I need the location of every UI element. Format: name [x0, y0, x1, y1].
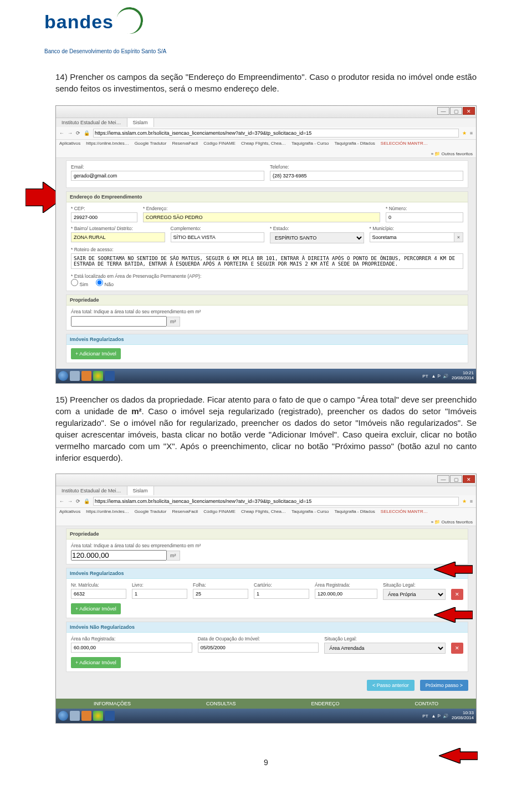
cartorio-field[interactable]	[254, 589, 309, 599]
lang-indicator[interactable]: PT	[422, 714, 428, 719]
bookmark-item[interactable]: ReservaFacil	[172, 141, 198, 146]
lock-icon: 🔒	[84, 130, 90, 136]
complemento-field[interactable]	[171, 232, 265, 242]
area-total-field[interactable]	[71, 550, 167, 561]
municipio-label: * Município:	[370, 226, 464, 231]
add-imovel-nreg-button[interactable]: Adicionar Imóvel	[71, 657, 121, 668]
nav-fwd-icon[interactable]: →	[68, 498, 73, 504]
telefone-field[interactable]	[270, 171, 463, 181]
menu-icon[interactable]: ≡	[470, 498, 473, 504]
outlook-icon[interactable]	[81, 371, 91, 381]
bookmark-item[interactable]: Código FINAME	[203, 509, 236, 514]
bookmark-item[interactable]: SELECCIÓN MANTR…	[381, 141, 428, 146]
situacao2-select[interactable]: Área Arrendada	[324, 643, 446, 654]
bookmark-item[interactable]: Código FINAME	[203, 141, 236, 146]
menu-icon[interactable]: ≡	[470, 130, 473, 136]
situacao-select[interactable]: Área Própria	[383, 589, 446, 600]
radio-nao[interactable]: Não	[96, 279, 114, 287]
panel-header-nreg: Imóveis Não Regularizados	[66, 622, 468, 633]
clear-icon[interactable]: ×	[454, 232, 463, 242]
bookmark-item[interactable]: Cheap Flights, Chea…	[241, 509, 286, 514]
estado-label: * Estado:	[270, 226, 364, 231]
max-button[interactable]: ▢	[450, 475, 462, 483]
browser-tab-active[interactable]: Sislam	[127, 486, 154, 495]
close-button[interactable]: ✕	[463, 107, 475, 115]
cep-field[interactable]	[71, 212, 137, 222]
area-total-field[interactable]	[71, 316, 167, 327]
start-orb-icon[interactable]	[58, 711, 68, 721]
tray-icons[interactable]: ▲ 🏳 🔊	[432, 714, 448, 719]
star-icon[interactable]: ★	[462, 498, 467, 504]
bookmark-item[interactable]: SELECCIÓN MANTR…	[381, 509, 428, 514]
municipio-field[interactable]	[370, 232, 454, 242]
app-label: * Está localizado em Área de Preservação…	[71, 273, 201, 279]
folha-field[interactable]	[193, 589, 248, 599]
prev-step-button[interactable]: < Passo anterior	[367, 680, 415, 691]
livro-field[interactable]	[132, 589, 187, 599]
bookmark-item[interactable]: Taquigrafia - Curso	[291, 141, 329, 146]
other-favorites[interactable]: Outros favoritos	[442, 151, 473, 156]
delete-row-button[interactable]: ✕	[451, 589, 463, 600]
close-button[interactable]: ✕	[463, 475, 475, 483]
address-bar[interactable]	[93, 129, 459, 138]
complemento-label: Complemento:	[171, 226, 265, 231]
lang-indicator[interactable]: PT	[422, 374, 428, 379]
radio-sim[interactable]: Sim	[71, 279, 88, 287]
nav-back-icon[interactable]: ←	[59, 130, 64, 136]
bookmark-item[interactable]: Aplicativos	[59, 141, 80, 146]
bookmark-item[interactable]: Google Tradutor	[135, 141, 167, 146]
nav-back-icon[interactable]: ←	[59, 498, 64, 504]
nr-matricula-field[interactable]	[71, 589, 126, 599]
nr-matricula-label: Nr. Matrícula:	[71, 582, 126, 588]
bairro-field[interactable]	[71, 232, 165, 242]
explorer-icon[interactable]	[70, 711, 80, 721]
add-imovel-reg-button[interactable]: Adicionar Imóvel	[71, 603, 121, 614]
email-field[interactable]	[71, 171, 264, 181]
bookmark-item[interactable]: Taquigrafia - Curso	[291, 509, 329, 514]
min-button[interactable]: —	[437, 475, 449, 483]
window-titlebar: — ▢ ✕	[56, 106, 476, 118]
bookmark-item[interactable]: Google Tradutor	[135, 509, 167, 514]
data-ocup-field[interactable]	[198, 643, 319, 653]
numero-field[interactable]	[386, 212, 463, 222]
browser-tab-active[interactable]: Sislam	[127, 118, 154, 127]
chrome-icon[interactable]	[93, 371, 103, 381]
nav-fwd-icon[interactable]: →	[68, 130, 73, 136]
start-orb-icon[interactable]	[58, 371, 68, 381]
max-button[interactable]: ▢	[450, 107, 462, 115]
browser-tab[interactable]: Instituto Estadual de Mei…	[56, 486, 127, 495]
bookmark-item[interactable]: ReservaFacil	[172, 509, 198, 514]
next-step-button[interactable]: Próximo passo >	[420, 680, 468, 691]
min-button[interactable]: —	[437, 107, 449, 115]
other-favorites[interactable]: Outros favoritos	[442, 520, 473, 525]
bookmark-item[interactable]: https://online.bndes…	[86, 509, 129, 514]
browser-tab[interactable]: Instituto Estadual de Mei…	[56, 118, 127, 127]
tray-icons[interactable]: ▲ 🏳 🔊	[432, 374, 448, 379]
area-reg-field[interactable]	[315, 589, 377, 599]
bookmark-item[interactable]: Cheap Flights, Chea…	[241, 141, 286, 146]
word-icon[interactable]	[105, 711, 115, 721]
bookmark-item[interactable]: https://online.bndes…	[86, 141, 129, 146]
explorer-icon[interactable]	[70, 371, 80, 381]
date: 20/08/2014	[452, 716, 474, 721]
svg-marker-3	[439, 748, 478, 764]
cartorio-label: Cartório:	[254, 582, 309, 588]
word-icon[interactable]	[105, 371, 115, 381]
delete-row-button[interactable]: ✕	[451, 643, 463, 654]
bookmark-item[interactable]: Aplicativos	[59, 509, 80, 514]
panel-header-endereco: Endereço do Empreendimento	[66, 192, 468, 202]
bookmark-item[interactable]: Taquigrafia - Ditados	[334, 509, 375, 514]
address-bar[interactable]	[93, 497, 459, 506]
star-icon[interactable]: ★	[462, 130, 467, 136]
numero-label: * Número:	[386, 206, 463, 211]
roteiro-field[interactable]: SAIR DE SOORETAMA NO SENTIDO DE SÃO MATE…	[71, 253, 463, 269]
area-nreg-field[interactable]	[71, 643, 192, 653]
endereco-field[interactable]	[143, 212, 380, 222]
bookmark-item[interactable]: Taquigrafia - Ditados	[334, 141, 375, 146]
reload-icon[interactable]: ⟳	[76, 498, 80, 504]
reload-icon[interactable]: ⟳	[76, 130, 80, 136]
add-imovel-button[interactable]: Adicionar Imóvel	[71, 348, 121, 359]
chrome-icon[interactable]	[93, 711, 103, 721]
estado-select[interactable]: ESPÍRITO SANTO	[270, 232, 364, 243]
outlook-icon[interactable]	[81, 711, 91, 721]
